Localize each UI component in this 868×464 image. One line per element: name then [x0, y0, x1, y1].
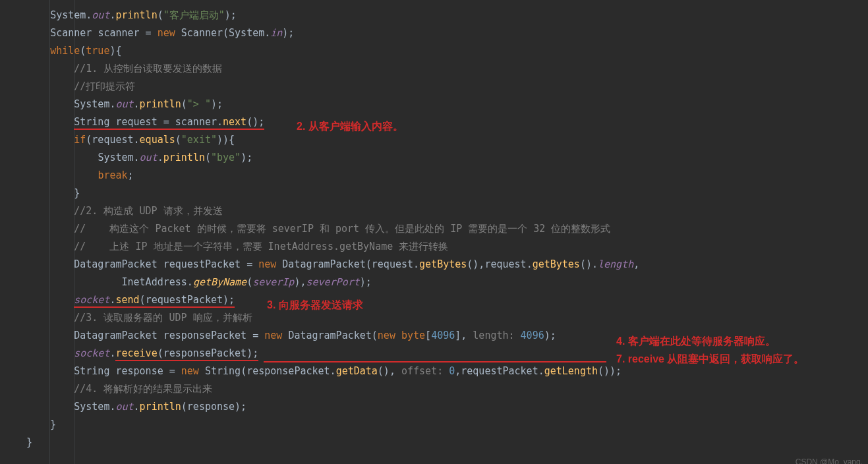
annotation-3: 3. 向服务器发送请求 [267, 299, 363, 312]
annotation-2: 2. 从客户端输入内容。 [297, 120, 403, 134]
annotation-4: 4. 客户端在此处等待服务器响应。 [616, 335, 776, 349]
annotation-7: 7. receive 从阻塞中返回，获取响应了。 [616, 353, 804, 366]
watermark: CSDN @Mo_yang. [796, 457, 863, 464]
code-block: System.out.println("客户端启动"); Scanner sca… [0, 7, 868, 451]
code-editor: System.out.println("客户端启动"); Scanner sca… [0, 0, 868, 464]
